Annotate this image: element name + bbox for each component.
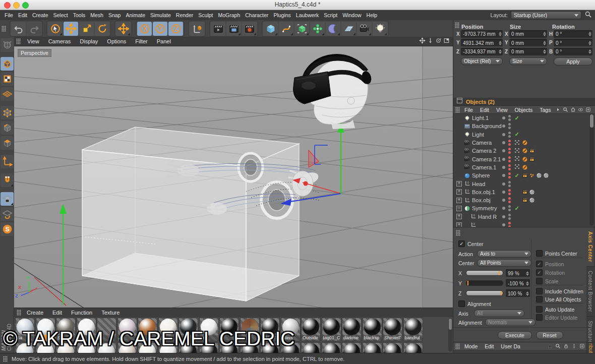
material-item[interactable]	[97, 342, 116, 352]
material-item[interactable]: ShinierF	[383, 318, 402, 341]
enable-dot[interactable]	[502, 191, 505, 194]
enable-dot[interactable]	[502, 158, 505, 161]
visibility-dots[interactable]	[508, 172, 511, 178]
menu-plugins[interactable]: Plugins	[271, 12, 293, 18]
menu-file[interactable]: File	[2, 12, 16, 18]
menu-animate[interactable]: Animate	[123, 12, 148, 18]
texture-tag-icon[interactable]	[536, 172, 542, 178]
object-row[interactable]: Camera.1	[453, 163, 595, 171]
toggle-view-icon[interactable]	[443, 37, 450, 46]
viewport-menu-options[interactable]: Options	[102, 38, 131, 44]
material-item[interactable]	[219, 342, 239, 352]
menu-mesh[interactable]: Mesh	[88, 12, 106, 18]
layout-select[interactable]: Startup (User)	[511, 11, 581, 19]
attribute-drag-handle[interactable]	[455, 343, 460, 349]
enabled-check-icon[interactable]: ✓	[514, 172, 520, 179]
menu-render[interactable]: Render	[173, 12, 196, 18]
search-icon[interactable]	[563, 105, 568, 114]
use-all-objects-checkbox[interactable]	[536, 296, 543, 302]
plus-box-icon[interactable]	[579, 342, 585, 351]
axis-mode-button[interactable]	[1, 155, 14, 168]
enable-dot[interactable]	[502, 183, 505, 186]
menu-tools[interactable]: Tools	[71, 12, 88, 18]
rotation-b-field[interactable]: 0 °	[554, 48, 592, 55]
floor-button[interactable]	[341, 22, 356, 36]
position-z-field[interactable]: -3334.937 mm	[461, 48, 503, 55]
materials-menu-function[interactable]: Function	[67, 310, 97, 316]
cursor-icon[interactable]	[547, 342, 553, 351]
clapper-tag-icon[interactable]	[529, 156, 535, 162]
alignment-checkbox[interactable]	[458, 300, 465, 307]
rotation-p-field[interactable]: 0 °	[554, 39, 592, 46]
stepper-icon[interactable]	[499, 32, 502, 36]
objects-menu-file[interactable]: File	[461, 107, 477, 113]
material-item[interactable]	[77, 342, 96, 352]
object-row[interactable]: Sphere✓	[453, 171, 595, 179]
action-select[interactable]: Axis to	[477, 250, 531, 258]
material-item[interactable]	[158, 342, 178, 352]
y-slider[interactable]	[466, 280, 503, 286]
position-x-field[interactable]: -9703.773 mm	[461, 30, 503, 38]
environment-button[interactable]	[326, 22, 340, 36]
lock-x-button[interactable]: X	[137, 22, 152, 36]
enabled-check-icon[interactable]: ✓	[514, 115, 520, 122]
object-row[interactable]: Camera	[453, 139, 595, 147]
add-cube-button[interactable]	[263, 22, 278, 36]
material-item[interactable]: an	[199, 318, 219, 341]
rotate-view-icon[interactable]	[435, 37, 442, 46]
material-item[interactable]: Outside	[301, 318, 321, 341]
materials-drag-handle[interactable]	[17, 310, 21, 316]
position-checkbox[interactable]: ✓	[536, 261, 543, 267]
material-item[interactable]	[240, 318, 260, 341]
stepper-icon[interactable]	[526, 281, 529, 286]
execute-button[interactable]: Execute	[498, 331, 532, 339]
center-checkbox[interactable]: ✓	[458, 240, 465, 247]
enable-dot[interactable]	[502, 166, 505, 169]
points-mode-button[interactable]	[1, 106, 14, 119]
size-y-field[interactable]: 0 mm	[509, 39, 547, 46]
material-item[interactable]	[403, 342, 423, 352]
materials-menu-create[interactable]: Create	[22, 310, 48, 316]
menu-script[interactable]: Script	[321, 12, 340, 18]
toolbar-drag-handle[interactable]	[2, 26, 6, 32]
eye-icon[interactable]	[578, 105, 583, 114]
points-center-checkbox[interactable]	[536, 250, 543, 257]
menu-select[interactable]: Select	[51, 12, 71, 18]
zoom-view-icon[interactable]	[427, 37, 434, 46]
enable-snap-button[interactable]	[1, 173, 14, 187]
search-icon[interactable]	[584, 11, 592, 20]
y-value-field[interactable]: -100 %	[506, 279, 530, 287]
z-slider[interactable]	[466, 290, 503, 296]
materials-scrollbar[interactable]	[448, 318, 452, 351]
material-item[interactable]: tag01_C	[322, 318, 341, 341]
object-row[interactable]: +0Hand R	[453, 213, 595, 221]
enabled-check-icon[interactable]: ✓	[514, 205, 520, 212]
material-item[interactable]	[301, 342, 321, 352]
material-item[interactable]: Ba	[15, 318, 35, 341]
camera-button[interactable]	[357, 22, 372, 36]
expand-icon[interactable]: +	[456, 189, 462, 195]
visibility-dots[interactable]	[508, 123, 511, 129]
objects-menu-tags[interactable]: Tags	[536, 107, 554, 113]
object-row[interactable]: Light.1✓	[453, 114, 595, 122]
material-item[interactable]	[260, 342, 280, 352]
material-item[interactable]	[199, 342, 219, 352]
lock-icon[interactable]	[563, 342, 569, 351]
dots-tag-icon[interactable]	[529, 172, 535, 178]
x-value-field[interactable]: 99 %	[506, 269, 530, 277]
menu-simulate[interactable]: Simulate	[148, 12, 173, 18]
material-item[interactable]	[281, 342, 301, 352]
expand-icon[interactable]: +	[456, 214, 462, 219]
expand-icon[interactable]: +	[456, 222, 462, 227]
stepper-icon[interactable]	[543, 49, 546, 54]
dots-v-icon[interactable]	[571, 342, 577, 351]
visibility-dots[interactable]	[508, 222, 511, 227]
visibility-dots[interactable]	[508, 115, 511, 121]
material-item[interactable]	[56, 342, 76, 352]
material-item[interactable]: blacksp	[363, 318, 382, 341]
align-workplane-button[interactable]	[1, 207, 14, 221]
menu-window[interactable]: Window	[340, 12, 364, 18]
material-item[interactable]	[138, 342, 157, 352]
enable-dot[interactable]	[502, 199, 505, 202]
expand-icon[interactable]: +	[456, 198, 462, 203]
